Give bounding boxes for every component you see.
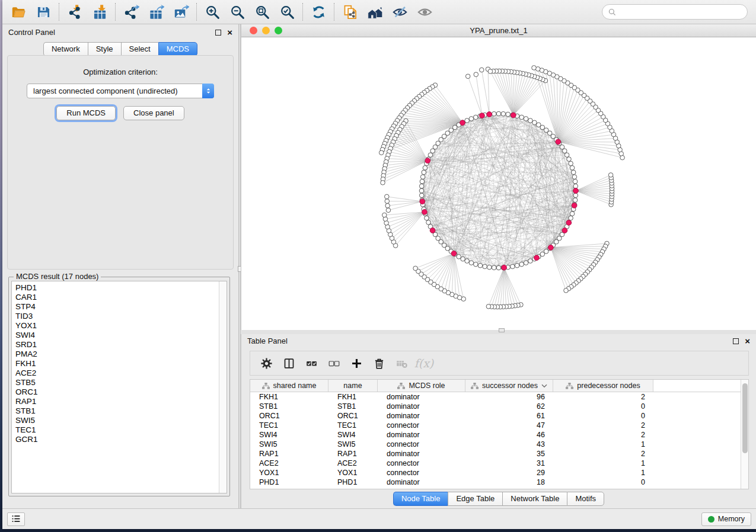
tab-node-table[interactable]: Node Table [393,492,448,506]
table-cell: dominator [378,402,465,411]
mcds-node-item[interactable]: TID3 [15,312,219,321]
table-cell: SWI4 [328,430,378,440]
table-cell: ORC1 [328,411,378,421]
tab-motifs[interactable]: Motifs [567,492,604,506]
table-cell: RAP1 [250,449,328,459]
close-panel-icon[interactable]: × [227,30,232,36]
delete-table-icon [395,357,408,370]
mcds-node-item[interactable]: ORC1 [15,387,219,397]
mcds-node-item[interactable]: STB1 [15,406,219,416]
horizontal-splitter-thumb[interactable] [499,328,505,332]
show-panels-list-button[interactable] [7,512,25,526]
zoom-fit-button[interactable] [250,1,275,23]
export-network-button[interactable] [119,1,143,23]
zoom-in-button[interactable] [200,1,225,23]
column-header-predecessor-nodes[interactable]: predecessor nodes [553,380,653,392]
tab-style[interactable]: Style [88,42,121,56]
mcds-result-list[interactable]: PHD1CAR1STP4TID3YOX1SWI4SRD1PMA2FKH1ACE2… [11,281,227,493]
table-cell: dominator [378,477,465,487]
import-network-button[interactable] [62,1,87,23]
open-file-icon [11,4,27,20]
mcds-node-item[interactable]: STP4 [15,302,219,312]
tab-edge-table[interactable]: Edge Table [448,492,502,506]
tab-mcds[interactable]: MCDS [158,42,197,56]
close-panel-button[interactable]: Close panel [123,106,184,120]
table-row[interactable]: FKH1FKH1dominator962 [250,392,741,402]
table-row[interactable]: YOX1YOX1connector291 [250,468,741,477]
column-header-name[interactable]: name [328,380,378,392]
table-row[interactable]: TEC1TEC1connector472 [250,421,741,430]
table-row[interactable]: STB1STB1dominator620 [250,402,741,411]
deselect-all-button[interactable] [323,353,345,373]
mcds-node-item[interactable]: FKH1 [15,359,219,368]
mcds-node-item[interactable]: SRD1 [15,340,219,350]
mcds-node-item[interactable]: SWI4 [15,331,219,340]
network-view[interactable] [241,37,756,330]
optimization-criterion-select[interactable]: largest connected component (undirected) [27,84,214,98]
search-input[interactable] [620,8,742,17]
mcds-node-item[interactable]: TEC1 [15,425,219,435]
search-field[interactable] [602,4,748,20]
tab-select[interactable]: Select [121,42,158,56]
toolbar-separator [196,3,197,21]
close-table-panel-icon[interactable]: × [745,338,750,344]
mcds-node-item[interactable]: STB5 [15,378,219,387]
table-scrollbar[interactable] [741,380,748,489]
tab-network-table[interactable]: Network Table [502,492,567,506]
memory-button[interactable]: Memory [701,512,751,526]
table-row[interactable]: ACE2ACE2connector311 [250,459,741,468]
export-table-button[interactable] [143,1,168,23]
mcds-node-item[interactable]: GCR1 [15,435,219,444]
table-cell: YOX1 [328,468,378,477]
zoom-selected-button[interactable] [275,1,299,23]
run-mcds-button[interactable]: Run MCDS [56,106,116,120]
float-panel-icon[interactable] [215,30,221,36]
duplicate-network-button[interactable] [337,1,362,23]
column-header-MCDS-role[interactable]: MCDS role [378,380,465,392]
export-network-icon [123,4,139,20]
export-image-button[interactable] [168,1,193,23]
column-header-shared-name[interactable]: shared name [250,380,328,392]
table-row[interactable]: RAP1RAP1dominator352 [250,449,741,459]
mcds-node-item[interactable]: PHD1 [15,283,219,293]
network-window-titlebar[interactable]: YPA_prune.txt_1 [241,24,756,37]
mcds-node-item[interactable]: PMA2 [15,350,219,359]
column-header-successor-nodes[interactable]: successor nodes [465,380,553,392]
node-table[interactable]: shared namenameMCDS rolesuccessor nodesp… [250,380,741,489]
save-button[interactable] [31,1,56,23]
mcds-list-scrollbar[interactable] [219,281,227,493]
show-all-button[interactable] [412,1,437,23]
tab-network[interactable]: Network [43,42,88,56]
add-icon [350,357,363,370]
duplicate-network-icon [342,4,358,20]
table-row[interactable]: PHD1PHD1dominator180 [250,477,741,487]
table-cell: PHD1 [328,477,378,487]
delete-button[interactable] [368,353,390,373]
zoom-fit-icon [254,4,270,20]
table-row[interactable]: ORC1ORC1dominator610 [250,411,741,421]
import-table-button[interactable] [87,1,112,23]
table-cell: connector [378,459,465,468]
table-row[interactable]: SWI5SWI5connector431 [250,440,741,449]
mcds-node-item[interactable]: SWI5 [15,416,219,425]
mcds-node-item[interactable]: CAR1 [15,293,219,302]
hide-selected-button[interactable] [387,1,412,23]
zoom-out-button[interactable] [225,1,250,23]
mcds-node-item[interactable]: RAP1 [15,397,219,406]
table-cell: TEC1 [250,421,328,430]
table-row[interactable]: SWI4SWI4dominator462 [250,430,741,440]
deselect-all-icon [328,357,340,370]
first-neighbors-button[interactable] [362,1,387,23]
mcds-node-item[interactable]: ACE2 [15,368,219,378]
refresh-button[interactable] [306,1,331,23]
select-all-button[interactable] [300,353,323,373]
float-table-panel-icon[interactable] [733,338,739,344]
table-cell: dominator [378,411,465,421]
columns-button[interactable] [277,353,300,373]
mcds-node-item[interactable]: YOX1 [15,321,219,331]
settings-button[interactable] [255,353,277,373]
add-button[interactable] [345,353,368,373]
table-cell: SWI4 [250,430,328,440]
open-file-button[interactable] [6,1,31,23]
table-scrollbar-thumb[interactable] [742,383,748,453]
